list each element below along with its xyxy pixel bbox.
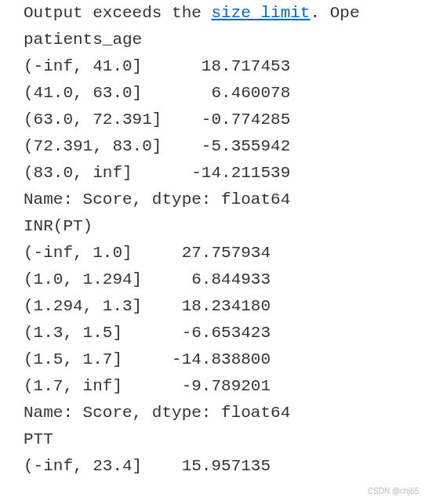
section-footer: Name: Score, dtype: float64 — [24, 400, 425, 426]
data-row: (63.0, 72.391] -0.774285 — [24, 107, 425, 133]
data-row: (1.7, inf] -9.789201 — [24, 373, 425, 400]
watermark: CSDN @chj65 — [368, 485, 419, 498]
data-row: (-inf, 23.4] 15.957135 — [24, 453, 425, 480]
data-row: (83.0, inf] -14.211539 — [24, 160, 425, 187]
data-row: (41.0, 63.0] 6.460078 — [24, 80, 425, 107]
section-title: patients_age — [24, 27, 425, 53]
section-title: PTT — [24, 426, 425, 453]
section-title: INR(PT) — [24, 213, 425, 240]
section-footer: Name: Score, dtype: float64 — [24, 187, 425, 213]
data-row: (1.294, 1.3] 18.234180 — [24, 293, 425, 320]
data-row: (-inf, 41.0] 18.717453 — [24, 53, 425, 80]
output-limit-message: Output exceeds the size limit. Ope — [24, 0, 425, 27]
data-row: (1.0, 1.294] 6.844933 — [24, 267, 425, 293]
data-row: (72.391, 83.0] -5.355942 — [24, 133, 425, 160]
data-row: (1.5, 1.7] -14.838800 — [24, 346, 425, 373]
data-row: (1.3, 1.5] -6.653423 — [24, 320, 425, 346]
data-row: (-inf, 1.0] 27.757934 — [24, 240, 425, 267]
output-exceeds-prefix: Output exceeds the — [24, 4, 211, 22]
output-exceeds-suffix: . Ope — [310, 4, 359, 22]
size-limit-link[interactable]: size limit — [211, 4, 310, 22]
output-content: patients_age(-inf, 41.0] 18.717453(41.0,… — [24, 27, 425, 480]
